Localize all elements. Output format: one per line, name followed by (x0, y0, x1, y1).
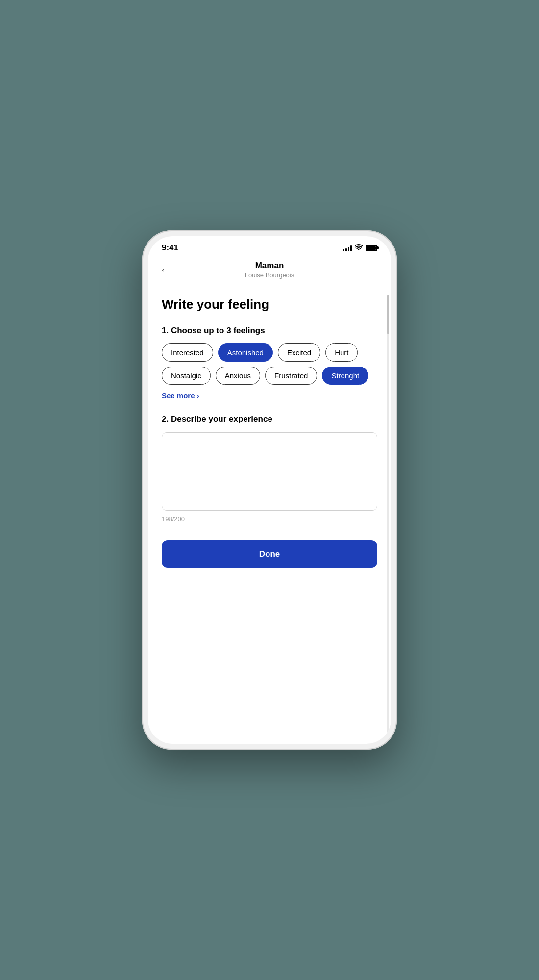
feeling-chip-astonished[interactable]: Astonished (218, 343, 273, 362)
status-bar: 9:41 (148, 236, 391, 257)
experience-textarea[interactable] (162, 432, 377, 511)
header-title-group: Maman Louise Bourgeois (245, 261, 294, 279)
header: ← Maman Louise Bourgeois (148, 257, 391, 285)
experience-section-label: 2. Describe your experience (162, 415, 377, 424)
char-count: 198/200 (162, 515, 377, 523)
content-area: Write your feeling 1. Choose up to 3 fee… (148, 285, 391, 744)
signal-icon (343, 245, 352, 251)
phone-frame: 9:41 (142, 230, 397, 750)
page-title: Write your feeling (162, 297, 377, 312)
battery-icon (366, 245, 377, 251)
feeling-chip-interested[interactable]: Interested (162, 343, 213, 362)
header-subtitle: Louise Bourgeois (245, 271, 294, 279)
feelings-chips-row1: InterestedAstonishedExcitedHurtNostalgic… (162, 343, 377, 385)
scrollbar-track (387, 295, 389, 734)
header-title: Maman (245, 261, 294, 270)
feeling-chip-strenght[interactable]: Strenght (322, 367, 368, 385)
done-button[interactable]: Done (162, 540, 377, 568)
feeling-chip-excited[interactable]: Excited (278, 343, 320, 362)
feelings-section: 1. Choose up to 3 feelings InterestedAst… (162, 326, 377, 415)
feeling-chip-nostalgic[interactable]: Nostalgic (162, 367, 211, 385)
feeling-chip-anxious[interactable]: Anxious (216, 367, 260, 385)
feelings-section-label: 1. Choose up to 3 feelings (162, 326, 377, 336)
feeling-chip-hurt[interactable]: Hurt (325, 343, 358, 362)
wifi-icon (355, 244, 363, 252)
phone-screen: 9:41 (148, 236, 391, 744)
scrollbar-thumb[interactable] (387, 295, 389, 334)
see-more-link[interactable]: See more › (162, 392, 199, 400)
back-button[interactable]: ← (158, 262, 172, 278)
experience-section: 2. Describe your experience 198/200 (162, 415, 377, 523)
status-time: 9:41 (162, 243, 178, 253)
feeling-chip-frustrated[interactable]: Frustrated (265, 367, 317, 385)
status-icons (343, 244, 377, 252)
